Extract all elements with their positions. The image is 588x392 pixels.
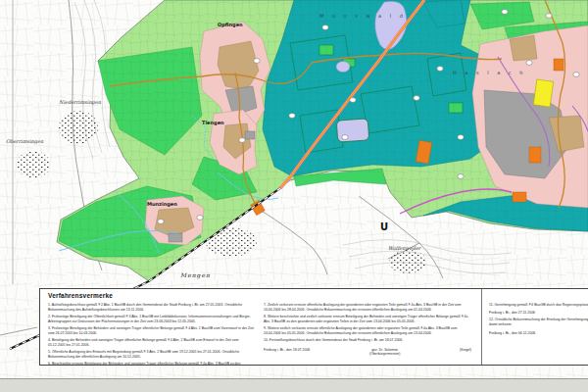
note-item: 9. Weitere zeitlich verkürzte erneute öf… — [264, 326, 471, 335]
label-oberrimsingen: Oberrimsingen — [6, 138, 44, 145]
label-haslach: H a s l a c h — [453, 70, 526, 75]
column-divider — [481, 289, 482, 365]
label-wolfenweiler: Wolfenweiler — [388, 245, 422, 251]
label-mengen: Mengen — [180, 271, 211, 279]
note-item: 8. Weitere beschränkte und zeitlich verk… — [264, 315, 471, 323]
notes-column-1: 1. Aufstellungsbeschluss gemäß § 2 Abs. … — [48, 303, 256, 366]
signature-row-2: Freiburg i. Br., den 06.12.2006 gez. (Ob… — [489, 331, 588, 340]
page-bottom-edge — [0, 378, 588, 392]
label-mooswald: M o o s w a l d — [319, 13, 406, 19]
notes-column-2: 7. Zeitlich verkürzte erneute öffentlich… — [264, 303, 471, 357]
notes-column-3: 11. Genehmigung gemäß § 6 BauGB durch da… — [489, 303, 588, 340]
signature-signer: gez. Dr. Salomon (Oberbürgermeister) — [369, 348, 401, 357]
note-item: 12. Ortsübliche Bekanntmachung der Ertei… — [489, 318, 588, 326]
note-item: 10. Feststellungsbeschluss durch den Gem… — [264, 338, 471, 343]
note-item: 5. Öffentliche Auslegung des Entwurfs mi… — [48, 350, 256, 359]
signature-row: Freiburg i. Br., den 18.07.2006 gez. Dr.… — [264, 348, 471, 357]
publication-date: Freiburg i. Br., den 06.12.2006 — [489, 331, 535, 340]
approval-date: Freiburg i. Br., den 27.11.2006 — [489, 311, 588, 316]
note-item: 2. Frühzeitige Beteiligung der Öffentlic… — [48, 315, 256, 323]
label-tiengen: Tiengen — [202, 120, 224, 126]
signer-title: (Oberbürgermeister) — [369, 352, 401, 356]
note-item: 6. Beschränkte erneute Beteiligung der B… — [48, 362, 256, 366]
panel-title: Verfahrensvermerke — [48, 292, 588, 299]
label-munzingen: Munzingen — [147, 201, 177, 208]
verfahrensvermerke-panel: Verfahrensvermerke 1. Aufstellungsbeschl… — [39, 288, 588, 366]
map-sheet: Opfingen Tiengen Munzingen M o o s w a l… — [0, 0, 588, 378]
label-niederrimsingen: Niederrimsingen — [59, 99, 102, 106]
signature-seal: (Siegel) — [460, 348, 471, 357]
signature-place-date: Freiburg i. Br., den 18.07.2006 — [264, 348, 310, 357]
note-item: 4. Beteiligung der Behörden und sonstige… — [48, 338, 256, 347]
label-u-marker: U — [380, 221, 388, 232]
note-item: 1. Aufstellungsbeschluss gemäß § 2 Abs. … — [48, 303, 256, 312]
label-opfingen: Opfingen — [218, 22, 243, 28]
note-item: 7. Zeitlich verkürzte erneute öffentlich… — [264, 303, 471, 312]
note-item: 11. Genehmigung gemäß § 6 BauGB durch da… — [489, 303, 588, 308]
note-item: 3. Frühzeitige Beteiligung der Behörden … — [48, 326, 256, 335]
signer-name: gez. Dr. Salomon — [371, 348, 398, 352]
